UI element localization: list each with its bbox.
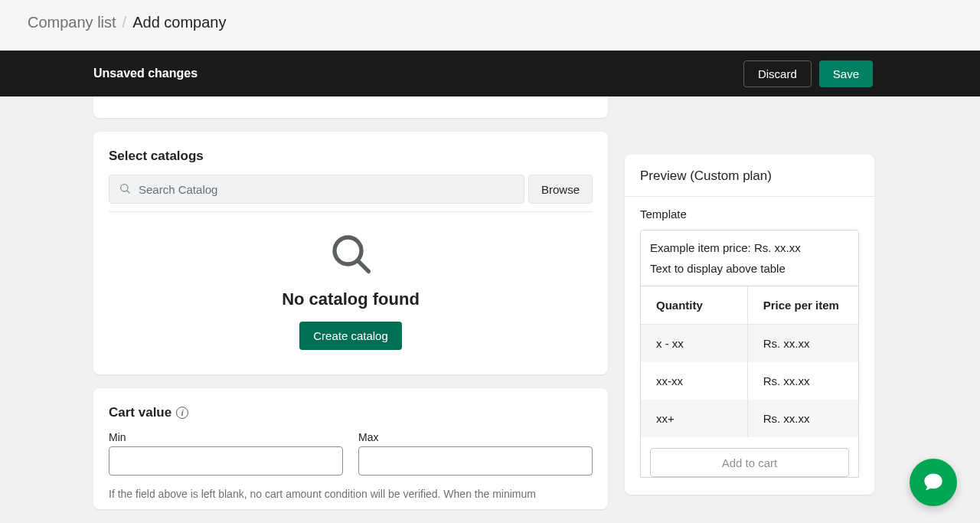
preview-title: Preview (Custom plan) [640, 168, 859, 184]
unsaved-changes-label: Unsaved changes [93, 67, 198, 80]
create-catalog-button[interactable]: Create catalog [299, 322, 402, 350]
th-quantity: Quantity [641, 286, 747, 325]
breadcrumb-current: Add company [132, 14, 226, 31]
info-icon[interactable]: i [176, 407, 188, 419]
min-label: Min [109, 431, 343, 443]
cell-qty: xx-xx [641, 362, 747, 400]
example-item-price: Example item price: Rs. xx.xx [650, 241, 849, 254]
cart-value-title: Cart value [109, 405, 172, 420]
browse-button[interactable]: Browse [528, 175, 593, 204]
catalogs-empty-state: No catalog found Create catalog [109, 226, 593, 353]
cart-value-card: Cart value i Min Max If the field above … [93, 388, 608, 509]
add-to-cart-button[interactable]: Add to cart [650, 448, 849, 477]
chat-icon [923, 471, 944, 495]
catalog-search-input[interactable] [139, 183, 514, 196]
svg-line-3 [358, 260, 368, 271]
select-catalogs-title: Select catalogs [109, 149, 593, 164]
svg-line-1 [127, 191, 129, 193]
preview-card: Preview (Custom plan) Template Example i… [625, 155, 874, 495]
table-row: x - xx Rs. xx.xx [641, 325, 858, 363]
previous-card-stub [93, 96, 608, 118]
unsaved-changes-bar: Unsaved changes Discard Save [0, 51, 980, 96]
table-row: xx+ Rs. xx.xx [641, 400, 858, 437]
preview-table-container: Example item price: Rs. xx.xx Text to di… [640, 230, 859, 478]
divider [625, 196, 874, 197]
discard-button[interactable]: Discard [743, 60, 812, 87]
empty-state-title: No catalog found [282, 289, 420, 309]
max-input[interactable] [358, 446, 593, 476]
breadcrumb-separator: / [122, 14, 127, 31]
cell-qty: xx+ [641, 400, 747, 437]
cell-price: Rs. xx.xx [747, 362, 858, 400]
select-catalogs-card: Select catalogs Browse [93, 132, 608, 374]
min-input[interactable] [109, 446, 343, 476]
divider [109, 211, 593, 212]
above-table-text: Text to display above table [650, 262, 849, 275]
max-label: Max [358, 431, 593, 443]
catalog-search-box[interactable] [109, 175, 524, 204]
breadcrumb-parent[interactable]: Company list [28, 14, 116, 31]
cart-helper-text: If the field above is left blank, no car… [109, 486, 593, 502]
price-table: Quantity Price per item x - xx Rs. xx.xx… [641, 286, 858, 437]
save-button[interactable]: Save [819, 60, 873, 87]
th-price: Price per item [747, 286, 858, 325]
chat-button[interactable] [910, 459, 957, 506]
cell-qty: x - xx [641, 325, 747, 363]
cell-price: Rs. xx.xx [747, 325, 858, 363]
table-row: xx-xx Rs. xx.xx [641, 362, 858, 400]
breadcrumb: Company list / Add company [0, 0, 980, 51]
cell-price: Rs. xx.xx [747, 400, 858, 437]
search-icon [119, 182, 131, 197]
preview-subtitle: Template [640, 208, 859, 221]
search-icon [329, 232, 372, 277]
